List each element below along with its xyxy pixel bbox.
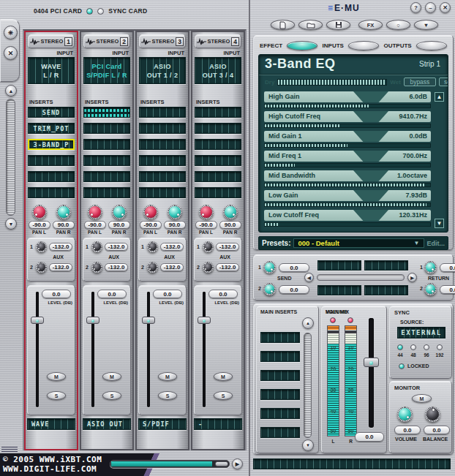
bypass-button[interactable]: bypass [404,78,436,86]
inserts-scrollbar[interactable] [304,333,312,438]
mute-button[interactable]: M [214,372,233,381]
pan-left-knob[interactable] [32,205,47,219]
card2-led[interactable] [97,8,104,15]
pan-right-knob[interactable] [112,205,127,219]
main-insert-slot-empty[interactable] [260,370,300,381]
param-slider[interactable] [264,163,431,167]
tab-0404-pci-card[interactable]: 0404 PCI CARD [34,7,82,15]
scribble-strip[interactable]: ASIO OUT [83,418,131,430]
aux2-knob[interactable] [36,262,47,273]
inserts-scroll-down-button[interactable]: ▼ [302,439,314,451]
bus-scroll-left-button[interactable]: ◀ [304,273,314,282]
solo-button[interactable]: S [102,391,121,400]
menu-dropdown-button[interactable]: ▼ [414,20,438,30]
inserts-scroll-up-button[interactable]: ▲ [302,317,314,329]
main-insert-slot-empty[interactable] [260,351,300,362]
strips-scrollbar[interactable]: ▲ ▼ [5,85,17,230]
params-scroll-up-button[interactable]: ▲ [435,92,444,102]
delete-strip-button[interactable]: ✕ [4,46,18,60]
strips-scroll-right-button[interactable]: ▶ [232,458,243,469]
open-session-button[interactable] [298,20,323,30]
main-insert-slot-empty[interactable] [260,427,300,438]
insert-meter[interactable] [83,107,130,118]
insert-slot-empty[interactable] [83,171,130,182]
strip-header[interactable]: STEREO 2 [83,34,130,48]
fader-track[interactable] [203,292,206,407]
insert-slot-empty[interactable] [195,107,241,118]
pan-right-knob[interactable] [223,205,238,219]
mute-button[interactable]: M [47,372,66,381]
param-slider[interactable] [264,104,431,108]
insert-slot-empty[interactable] [28,171,75,182]
insert-slot-trim-pot[interactable]: TRIM_POT [28,123,75,134]
strips-horizontal-scrollbar[interactable] [110,460,230,468]
rate-192-led[interactable] [437,344,443,350]
scroll-up-button[interactable]: ▲ [5,85,17,97]
monitor-mute-button[interactable]: M [412,394,432,403]
fader-handle[interactable] [198,317,211,324]
solo-button[interactable]: S [158,391,177,400]
fader-track[interactable] [36,292,39,407]
insert-slot-send[interactable]: SEND [28,107,75,118]
solo-button[interactable]: S [47,391,66,400]
aux2-knob[interactable] [91,262,102,273]
aux1-knob[interactable] [91,241,102,252]
aux2-knob[interactable] [147,262,158,273]
scrollbar-handle[interactable] [215,461,228,466]
scroll-down-button[interactable]: ▼ [5,218,17,230]
pan-left-knob[interactable] [143,205,158,219]
new-session-button[interactable] [271,20,295,30]
pan-right-knob[interactable] [168,205,182,219]
insert-slot-empty[interactable] [139,155,186,166]
rate-44-led[interactable] [397,344,403,350]
pan-left-knob[interactable] [199,205,214,219]
main-insert-slot-empty[interactable] [260,332,300,343]
insert-slot-empty[interactable] [83,123,130,134]
strip-header[interactable]: STEREO 1 [28,34,75,48]
insert-slot-3band-eq-selected[interactable]: 3-BAND_P [28,139,75,150]
inputs-view-button[interactable] [348,41,379,50]
insert-slot-empty[interactable] [195,171,241,182]
fader-track[interactable] [91,292,94,407]
bus-scroll-right-button[interactable]: ▶ [407,273,417,282]
return2-knob[interactable] [424,283,437,295]
mute-button[interactable]: M [158,372,177,381]
insert-slot-empty[interactable] [139,171,186,182]
session-settings-button[interactable]: ○ [386,20,410,30]
params-scroll-down-button[interactable]: ▼ [435,219,444,228]
mute-button[interactable]: M [102,372,121,381]
main-scribble-display[interactable] [253,458,451,469]
preset-edit-link[interactable]: Edit... [427,240,445,247]
fader-handle[interactable] [86,317,99,324]
insert-slot-empty[interactable] [195,139,241,150]
param-slider[interactable] [264,203,431,207]
param-slider[interactable] [264,222,431,227]
insert-slot-empty[interactable] [28,155,75,166]
sync-source-display[interactable]: EXTERNAL [397,327,445,339]
insert-slot-empty[interactable] [28,187,75,198]
fader-track[interactable] [147,292,150,407]
aux-bus-display[interactable] [317,285,361,295]
strip-header[interactable]: STEREO 3 [139,34,186,48]
close-button[interactable]: ✕ [440,2,451,13]
param-slider[interactable] [264,124,431,128]
insert-slot-empty[interactable] [139,123,186,134]
fader-handle[interactable] [142,317,155,324]
insert-slot-empty[interactable] [195,123,241,134]
effect-view-button[interactable] [287,41,317,50]
aux1-knob[interactable] [147,241,158,252]
scribble-strip[interactable]: S/PDIF [138,418,187,430]
send1-knob[interactable] [263,261,276,273]
return1-knob[interactable] [424,261,437,273]
insert-slot-empty[interactable] [83,187,130,198]
insert-slot-empty[interactable] [83,139,130,150]
help-button[interactable]: ? [410,2,421,13]
send2-knob[interactable] [263,283,276,295]
solo-button[interactable]: S [214,391,233,400]
scribble-strip[interactable]: WAVE [27,418,75,430]
bus-scrollbar[interactable] [317,274,405,281]
monitor-balance-knob[interactable] [425,407,440,422]
insert-slot-empty[interactable] [139,107,186,118]
insert-slot-empty[interactable] [83,155,130,166]
insert-slot-empty[interactable] [139,187,186,198]
